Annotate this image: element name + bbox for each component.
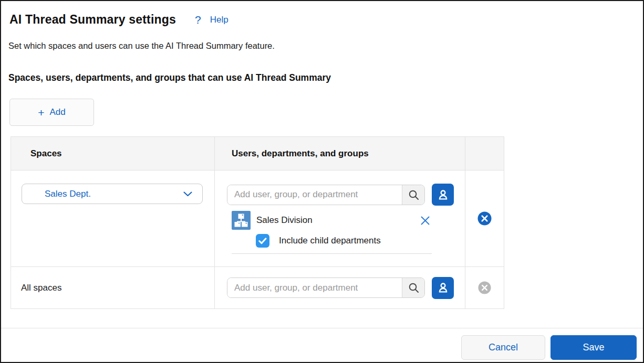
- cancel-button[interactable]: Cancel: [461, 335, 545, 360]
- select-user-button[interactable]: [432, 277, 454, 299]
- person-icon: [437, 281, 450, 294]
- section-heading: Spaces, users, departments, and groups t…: [8, 72, 331, 83]
- help-question-icon[interactable]: ?: [195, 14, 201, 26]
- search-button[interactable]: [402, 278, 424, 297]
- column-header-users: Users, departments, and groups: [214, 137, 465, 170]
- space-dropdown[interactable]: Sales Dept.: [22, 184, 203, 204]
- space-dropdown-value: Sales Dept.: [45, 189, 91, 199]
- search-button[interactable]: [402, 185, 424, 205]
- department-icon: [232, 211, 251, 230]
- add-button-label: Add: [50, 107, 66, 118]
- header: AI Thread Summary settings ? Help: [9, 13, 228, 27]
- select-user-button[interactable]: [432, 184, 454, 206]
- save-button[interactable]: Save: [550, 335, 637, 360]
- space-cell: All spaces: [11, 267, 214, 308]
- include-child-departments-checkbox[interactable]: [256, 234, 269, 248]
- users-cell: [214, 267, 465, 308]
- user-search-group: [227, 185, 425, 205]
- page-title: AI Thread Summary settings: [9, 13, 176, 27]
- row-actions-cell: [465, 170, 504, 266]
- table-row: Sales Dept.: [11, 170, 504, 266]
- remove-row-button[interactable]: [477, 211, 492, 226]
- user-search-input[interactable]: [227, 278, 402, 297]
- checkmark-icon: [258, 238, 267, 244]
- help-link[interactable]: Help: [210, 15, 228, 25]
- ai-thread-summary-settings-page: AI Thread Summary settings ? Help Set wh…: [0, 0, 644, 363]
- column-header-actions: [465, 137, 504, 170]
- selected-entry: Sales Division: [232, 211, 432, 254]
- page-description: Set which spaces and users can use the A…: [8, 41, 275, 51]
- user-search-input[interactable]: [227, 185, 402, 205]
- include-child-departments-label: Include child departments: [279, 236, 381, 246]
- permissions-table: Spaces Users, departments, and groups Sa…: [11, 136, 504, 309]
- row-actions-cell: [465, 267, 504, 308]
- chevron-down-icon: [183, 191, 192, 197]
- remove-entry-icon[interactable]: [420, 216, 430, 226]
- user-search-group: [227, 277, 425, 298]
- search-icon: [408, 282, 420, 294]
- space-label: All spaces: [21, 283, 61, 293]
- plus-icon: +: [38, 107, 44, 118]
- footer-divider: [1, 328, 643, 328]
- table-row: All spaces: [11, 266, 504, 308]
- remove-row-button-disabled: [478, 281, 491, 294]
- table-header-row: Spaces Users, departments, and groups: [11, 137, 504, 170]
- column-header-spaces: Spaces: [11, 137, 214, 170]
- space-cell: Sales Dept.: [11, 170, 214, 266]
- person-icon: [437, 188, 450, 201]
- footer: Cancel Save: [461, 335, 637, 360]
- entry-divider: [232, 253, 432, 254]
- entry-name: Sales Division: [256, 215, 313, 226]
- add-button[interactable]: + Add: [9, 99, 94, 126]
- users-cell: Sales Division: [214, 170, 465, 266]
- search-icon: [408, 189, 420, 201]
